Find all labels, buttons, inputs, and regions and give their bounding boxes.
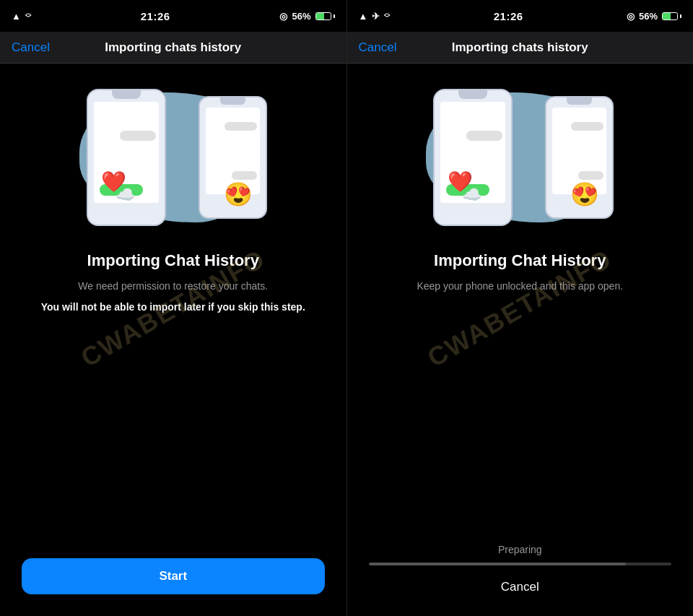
right-chat-bubble-1 — [466, 131, 502, 141]
right-left-phone-notch — [458, 90, 487, 99]
progress-label: Preparing — [498, 544, 542, 555]
left-screen-description: We need permission to restore your chats… — [78, 279, 268, 294]
right-location-icon: ◎ — [627, 11, 635, 22]
left-bottom-area: Start — [0, 558, 346, 616]
right-status-right: ◎ 56% — [627, 11, 681, 22]
right-status-bar: ▲ ✈ ⌔ 21:26 ◎ 56% — [347, 0, 694, 32]
left-time: 21:26 — [141, 10, 170, 22]
left-status-bar: ▲ ⌔ 21:26 ◎ 56% — [0, 0, 346, 32]
chat-bubble-3 — [225, 122, 257, 131]
right-signal-icon: ▲ — [359, 11, 368, 22]
right-spacer — [347, 315, 694, 530]
start-button[interactable]: Start — [22, 558, 325, 594]
right-chat-bubble-3 — [571, 122, 603, 131]
chat-bubble-4 — [232, 171, 257, 180]
signal-icon: ▲ — [12, 11, 21, 22]
right-wifi-icon: ⌔ — [384, 11, 390, 22]
right-cancel-nav-button[interactable]: Cancel — [359, 40, 397, 55]
location-icon: ◎ — [279, 11, 287, 22]
left-content: ❤️ ☁️ 😍 Importing Chat History We need p… — [0, 64, 346, 558]
wifi-icon: ⌔ — [25, 11, 31, 22]
left-screen-warning: You will not be able to import later if … — [41, 300, 305, 315]
right-progress-area: Preparing Cancel — [347, 529, 694, 616]
right-panel: CWABETAINFO ▲ ✈ ⌔ 21:26 ◎ 56% Cancel Imp… — [347, 0, 694, 616]
left-panel: CWABETAINFO ▲ ⌔ 21:26 ◎ 56% Cancel Impor… — [0, 0, 346, 616]
cloud-icon: ☁️ — [116, 186, 135, 204]
right-nav-title: Importing chats history — [452, 40, 588, 55]
right-time: 21:26 — [494, 10, 523, 22]
left-screen-title: Importing Chat History — [87, 251, 259, 270]
right-plane-icon: ✈ — [372, 11, 380, 22]
left-phone-graphic — [87, 89, 166, 226]
right-battery — [662, 12, 681, 20]
left-status-right: ◎ 56% — [279, 11, 334, 22]
right-status-left: ▲ ✈ ⌔ — [359, 11, 391, 22]
right-cancel-button[interactable]: Cancel — [501, 580, 539, 594]
progress-bar-container — [369, 563, 672, 565]
left-battery — [315, 12, 335, 20]
right-cloud-icon: ☁️ — [462, 186, 481, 204]
right-love-emoji-icon: 😍 — [570, 181, 599, 208]
left-cancel-button[interactable]: Cancel — [12, 40, 50, 55]
chat-bubble-1 — [120, 131, 156, 141]
right-screen-description: Keep your phone unlocked and this app op… — [417, 279, 623, 294]
right-screen-title: Importing Chat History — [434, 251, 606, 270]
left-nav-bar: Cancel Importing chats history — [0, 32, 346, 64]
left-status-left: ▲ ⌔ — [12, 11, 31, 22]
left-battery-percent: 56% — [292, 11, 310, 22]
right-battery-percent: 56% — [639, 11, 658, 22]
left-nav-title: Importing chats history — [105, 40, 241, 55]
right-nav-bar: Cancel Importing chats history — [347, 32, 694, 64]
love-emoji-icon: 😍 — [224, 181, 253, 208]
right-right-phone-notch — [567, 97, 592, 105]
right-chat-bubble-4 — [578, 171, 603, 180]
right-content: ❤️ ☁️ 😍 Importing Chat History Keep your… — [347, 64, 694, 315]
left-illustration: ❤️ ☁️ 😍 — [65, 78, 282, 237]
left-phone-notch — [112, 90, 141, 99]
right-phone-notch — [220, 97, 245, 105]
right-illustration: ❤️ ☁️ 😍 — [411, 78, 628, 237]
progress-bar-fill — [369, 563, 627, 565]
right-left-phone-graphic — [433, 89, 513, 226]
